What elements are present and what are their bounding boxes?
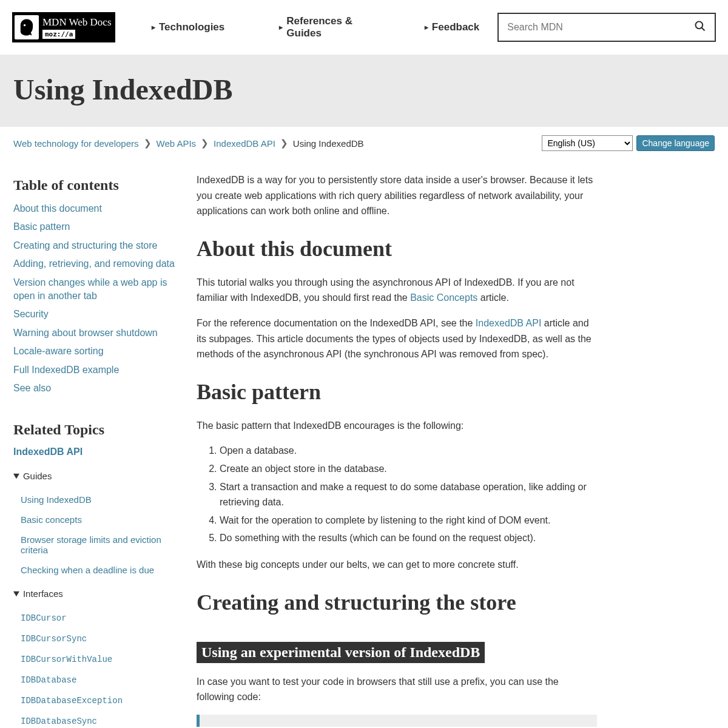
guide-link[interactable]: Browser storage limits and eviction crit… (21, 534, 161, 555)
heading-basic-pattern: Basic pattern (197, 379, 597, 405)
crumb-current: Using IndexedDB (293, 138, 364, 149)
interface-link[interactable]: IDBCursor (21, 613, 67, 623)
nav-technologies[interactable]: Technologies (152, 15, 224, 39)
interfaces-section[interactable]: Interfaces IDBCursor IDBCursorSync IDBCu… (13, 586, 178, 728)
language-group: English (US) Change language (542, 135, 715, 151)
link-indexeddb-api[interactable]: IndexedDB API (476, 318, 542, 328)
code-block (197, 715, 597, 727)
interface-link[interactable]: IDBDatabaseSync (21, 716, 97, 726)
step-item: Open a database. (220, 443, 597, 459)
heading-about: About this document (197, 236, 597, 261)
nav-feedback[interactable]: Feedback (425, 15, 479, 39)
toc-link[interactable]: Locale-aware sorting (13, 346, 104, 356)
main-nav: Technologies References & Guides Feedbac… (152, 15, 479, 39)
toc-list: About this document Basic pattern Creati… (13, 202, 178, 395)
dino-icon (15, 15, 39, 39)
logo-text-sub: moz://a (42, 30, 75, 39)
svg-point-0 (696, 22, 703, 29)
related-heading: Related Topics (13, 422, 178, 438)
header: MDN Web Docs moz://a Technologies Refere… (0, 0, 728, 55)
basic-outro: With these big concepts under our belts,… (197, 557, 597, 573)
interfaces-summary[interactable]: Interfaces (13, 586, 178, 601)
toc-link[interactable]: About this document (13, 203, 102, 214)
interface-link[interactable]: IDBDatabase (21, 675, 76, 685)
svg-line-1 (702, 28, 705, 31)
step-item: Wait for the operation to complete by li… (220, 513, 597, 528)
change-language-button[interactable]: Change language (636, 135, 715, 151)
steps-list: Open a database. Create an object store … (220, 443, 597, 546)
chevron-right-icon: ❯ (280, 138, 288, 149)
title-bar: Using IndexedDB (0, 55, 728, 127)
search-icon[interactable] (694, 20, 706, 35)
guide-link[interactable]: Using IndexedDB (21, 494, 92, 505)
guide-link[interactable]: Checking when a deadline is due (21, 565, 154, 575)
search-box[interactable] (497, 13, 716, 42)
about-p2: For the reference documentation on the I… (197, 315, 597, 362)
toc-link[interactable]: Basic pattern (13, 221, 70, 232)
breadcrumb-row: Web technology for developers ❯ Web APIs… (0, 127, 728, 160)
article: IndexedDB is a way for you to persistent… (197, 172, 597, 728)
mdn-logo[interactable]: MDN Web Docs moz://a (12, 12, 115, 42)
content: Table of contents About this document Ba… (0, 160, 728, 728)
related-topics: Related Topics IndexedDB API Guides Usin… (13, 422, 178, 728)
page-title: Using IndexedDB (13, 73, 715, 106)
about-p1: This tutorial walks you through using th… (197, 275, 597, 306)
crumb-webapis[interactable]: Web APIs (157, 138, 197, 149)
guides-summary[interactable]: Guides (13, 468, 178, 484)
toc-link[interactable]: Adding, retrieving, and removing data (13, 258, 175, 269)
toc-link[interactable]: Warning about browser shutdown (13, 328, 158, 338)
sidebar: Table of contents About this document Ba… (13, 172, 178, 728)
step-item: Start a transaction and make a request t… (220, 479, 597, 510)
related-main-link[interactable]: IndexedDB API (13, 447, 83, 457)
logo-text-main: MDN Web Docs (42, 16, 112, 29)
toc-link[interactable]: Version changes while a web app is open … (13, 277, 167, 301)
language-select[interactable]: English (US) (542, 135, 633, 151)
interface-link[interactable]: IDBDatabaseException (21, 696, 123, 706)
step-item: Create an object store in the database. (220, 461, 597, 477)
guide-link[interactable]: Basic concepts (21, 514, 82, 525)
toc-link[interactable]: Full IndexedDB example (13, 365, 119, 375)
basic-intro: The basic pattern that IndexedDB encoura… (197, 418, 597, 434)
interface-link[interactable]: IDBCursorWithValue (21, 655, 112, 664)
breadcrumb: Web technology for developers ❯ Web APIs… (13, 138, 364, 149)
toc-link[interactable]: See also (13, 383, 51, 393)
step-item: Do something with the results (which can… (220, 530, 597, 546)
search-input[interactable] (507, 22, 694, 33)
crumb-webtech[interactable]: Web technology for developers (13, 138, 139, 149)
toc-link[interactable]: Creating and structuring the store (13, 240, 157, 251)
toc-link[interactable]: Security (13, 309, 49, 319)
toc-heading: Table of contents (13, 177, 178, 194)
chevron-right-icon: ❯ (144, 138, 152, 149)
intro-paragraph: IndexedDB is a way for you to persistent… (197, 172, 597, 219)
heading-creating: Creating and structuring the store (197, 590, 597, 615)
crumb-indexeddb[interactable]: IndexedDB API (214, 138, 275, 149)
experimental-p: In case you want to test your code in br… (197, 674, 597, 705)
heading-experimental: Using an experimental version of Indexed… (197, 642, 485, 663)
nav-references[interactable]: References & Guides (279, 15, 370, 39)
link-basic-concepts[interactable]: Basic Concepts (410, 292, 477, 303)
guides-section[interactable]: Guides Using IndexedDB Basic concepts Br… (13, 468, 178, 580)
chevron-right-icon: ❯ (201, 138, 209, 149)
interface-link[interactable]: IDBCursorSync (21, 634, 87, 644)
